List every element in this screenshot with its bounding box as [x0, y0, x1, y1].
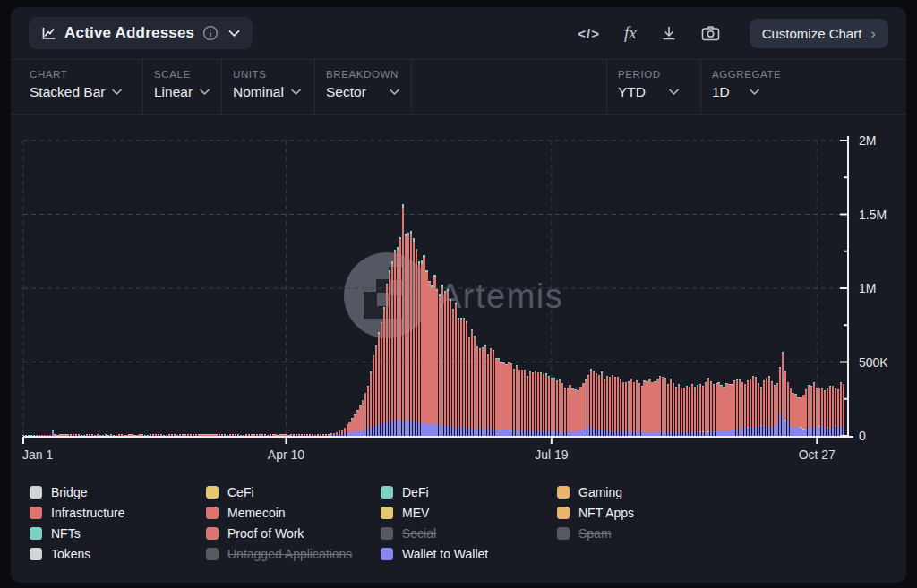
legend-swatch [381, 507, 393, 519]
legend-label: DeFi [402, 485, 429, 499]
legend-column: BridgeInfrastructureNFTsTokens [30, 481, 206, 564]
legend-item-untagged-applications[interactable]: Untagged Applications [206, 543, 381, 564]
legend-item-tokens[interactable]: Tokens [30, 543, 206, 564]
legend-label: MEV [402, 506, 429, 520]
code-icon: </> [578, 26, 600, 41]
legend-swatch [30, 527, 42, 540]
legend-column: DeFiMEVSocialWallet to Wallet [381, 481, 557, 564]
fx-icon: fx [624, 23, 637, 43]
chevron-down-icon [750, 89, 759, 96]
legend-swatch [206, 486, 219, 499]
legend-swatch [30, 486, 42, 499]
settings-bar: CHART Stacked Bar SCALE Linear UNITS Nom… [11, 59, 906, 115]
legend-item-mev[interactable]: MEV [381, 502, 557, 523]
svg-text:2M: 2M [859, 133, 876, 148]
svg-text:Apr 10: Apr 10 [268, 447, 304, 462]
chart-header: Active Addresses </> fx [11, 7, 906, 59]
legend-swatch [381, 527, 393, 540]
setting-scale[interactable]: SCALE Linear [143, 60, 222, 114]
legend-item-social[interactable]: Social [381, 523, 557, 543]
legend-label: Spam [578, 526, 612, 541]
svg-text:500K: 500K [859, 355, 888, 370]
legend-item-infrastructure[interactable]: Infrastructure [30, 502, 206, 523]
chart-area: Artemis Jan 1Apr 10Jul 19Oct 270500K1M1.… [11, 115, 906, 473]
svg-text:1M: 1M [859, 281, 876, 295]
legend-swatch [206, 527, 219, 540]
camera-icon [701, 25, 720, 41]
legend-swatch [30, 548, 42, 560]
legend-item-bridge[interactable]: Bridge [30, 481, 206, 502]
svg-text:1.5M: 1.5M [859, 208, 887, 222]
svg-text:Jul 19: Jul 19 [535, 447, 569, 462]
legend-swatch [30, 507, 42, 519]
legend-label: Tokens [51, 547, 90, 561]
settings-spacer [412, 60, 606, 114]
legend-swatch [206, 507, 219, 519]
legend-swatch [557, 486, 570, 499]
chevron-down-icon [228, 30, 240, 38]
legend-item-proof-of-work[interactable]: Proof of Work [206, 523, 381, 543]
chart-card: Active Addresses </> fx [11, 7, 906, 583]
legend-label: Untagged Applications [227, 547, 352, 561]
legend-swatch [557, 527, 570, 540]
legend-column: CeFiMemecoinProof of WorkUntagged Applic… [206, 481, 381, 564]
svg-text:Oct 27: Oct 27 [799, 447, 836, 462]
chevron-down-icon [200, 89, 210, 96]
customize-chart-button[interactable]: Customize Chart › [750, 19, 888, 48]
download-icon [661, 25, 677, 41]
legend-label: CeFi [227, 485, 254, 499]
chevron-down-icon [291, 89, 301, 96]
legend-label: NFT Apps [578, 506, 634, 520]
embed-code-button[interactable]: </> [578, 26, 600, 41]
legend-swatch [381, 548, 393, 560]
legend-column: GamingNFT AppsSpam [557, 481, 889, 564]
setting-units[interactable]: UNITS Nominal [222, 60, 315, 114]
setting-period[interactable]: PERIOD YTD [606, 60, 701, 114]
metric-selector-button[interactable]: Active Addresses [29, 17, 253, 49]
screenshot-button[interactable] [701, 25, 720, 41]
legend-item-wallet-to-wallet[interactable]: Wallet to Wallet [381, 543, 557, 564]
legend-label: Social [402, 526, 436, 541]
legend-label: Memecoin [227, 506, 286, 520]
chevron-down-icon [390, 89, 399, 96]
legend-label: Gaming [578, 485, 622, 499]
chevron-down-icon [112, 89, 122, 96]
stacked-bar-chart[interactable]: Jan 1Apr 10Jul 19Oct 270500K1M1.5M2M [11, 115, 906, 473]
download-button[interactable] [661, 25, 677, 41]
legend-label: Infrastructure [51, 506, 124, 520]
setting-aggregate[interactable]: AGGREGATE 1D [701, 60, 906, 114]
line-chart-icon [41, 26, 56, 41]
legend-label: Proof of Work [227, 526, 304, 541]
svg-text:0: 0 [859, 429, 866, 443]
setting-breakdown[interactable]: BREAKDOWN Sector [315, 60, 412, 114]
svg-text:Jan 1: Jan 1 [22, 447, 53, 462]
legend-item-cefi[interactable]: CeFi [206, 481, 381, 502]
legend-item-nfts[interactable]: NFTs [30, 523, 206, 543]
formula-button[interactable]: fx [624, 23, 637, 43]
info-icon[interactable] [202, 25, 219, 41]
legend: BridgeInfrastructureNFTsTokensCeFiMemeco… [30, 481, 889, 564]
legend-swatch [381, 486, 393, 499]
chevron-down-icon [669, 89, 679, 96]
legend-label: NFTs [51, 526, 81, 541]
legend-item-spam[interactable]: Spam [557, 523, 889, 543]
legend-item-memecoin[interactable]: Memecoin [206, 502, 381, 523]
toolbar: </> fx Customize Chart › [578, 19, 888, 48]
legend-label: Wallet to Wallet [402, 547, 488, 561]
metric-label: Active Addresses [64, 24, 194, 42]
chevron-right-icon: › [870, 26, 876, 41]
legend-label: Bridge [51, 485, 87, 499]
legend-swatch [557, 507, 570, 519]
setting-chart-type[interactable]: CHART Stacked Bar [11, 60, 143, 114]
legend-item-defi[interactable]: DeFi [381, 481, 557, 502]
legend-item-nft-apps[interactable]: NFT Apps [557, 502, 889, 523]
legend-swatch [206, 548, 219, 560]
legend-item-gaming[interactable]: Gaming [557, 481, 889, 502]
